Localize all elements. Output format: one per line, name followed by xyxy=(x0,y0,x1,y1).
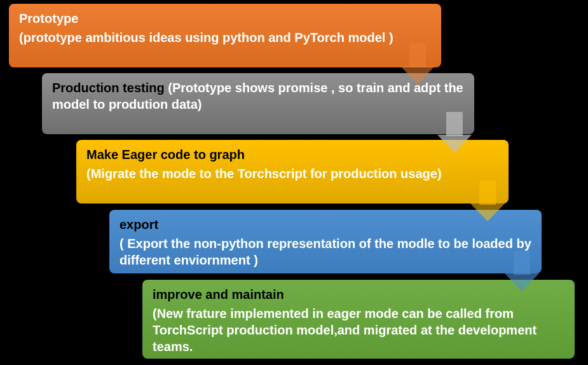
step-title-text: Production testing xyxy=(52,81,165,95)
arrow-down-icon xyxy=(470,181,505,223)
step-desc: (Migrate the mode to the Torchscript for… xyxy=(86,165,498,182)
step-desc: ( Export the non-python representation o… xyxy=(120,235,531,268)
step-desc: (prototype ambitious ideas using python … xyxy=(19,29,431,46)
step-title: export xyxy=(120,216,531,233)
step-title: Prototype xyxy=(19,10,431,27)
step-prototype: Prototype (prototype ambitious ideas usi… xyxy=(9,4,441,67)
arrow-down-icon xyxy=(400,43,435,85)
arrow-down-icon xyxy=(437,112,472,154)
step-title: improve and maintain xyxy=(153,286,564,303)
step-title: Make Eager code to graph xyxy=(86,146,498,163)
arrow-down-icon xyxy=(505,251,539,293)
step-desc: (New frature implemented in eager mode c… xyxy=(153,305,564,355)
